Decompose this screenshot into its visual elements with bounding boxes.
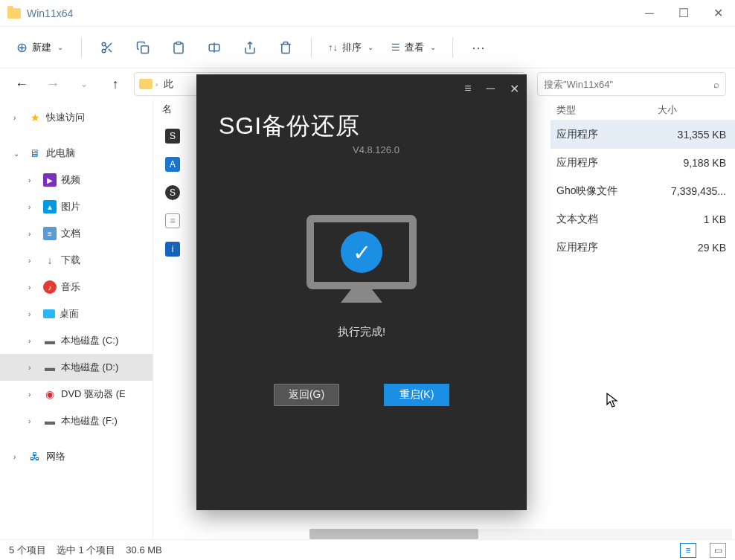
monitor-icon: ✓: [306, 215, 417, 289]
rename-button[interactable]: [199, 33, 229, 62]
chevron-right-icon[interactable]: ›: [28, 176, 39, 184]
chevron-right-icon[interactable]: ›: [13, 114, 24, 122]
chevron-right-icon[interactable]: ›: [28, 203, 39, 211]
sidebar-item-desktop[interactable]: › 桌面: [0, 300, 153, 327]
status-bar: 5 个项目 选中 1 个项目 30.6 MB ≡ ▭: [0, 539, 735, 560]
up-button[interactable]: ↑: [103, 71, 128, 97]
forward-button[interactable]: →: [40, 71, 65, 97]
sidebar-item-dvd[interactable]: › ◉ DVD 驱动器 (E: [0, 381, 153, 408]
chevron-right-icon[interactable]: ›: [13, 453, 24, 461]
file-type: 应用程序: [551, 156, 655, 170]
sidebar-item-label: 图片: [61, 200, 80, 213]
file-row-icon[interactable]: A: [164, 150, 182, 178]
svg-line-3: [109, 48, 112, 51]
search-input[interactable]: [544, 79, 713, 90]
details-view-button[interactable]: ≡: [680, 543, 696, 558]
chevron-right-icon[interactable]: ›: [28, 283, 39, 292]
chevron-right-icon[interactable]: ›: [28, 230, 39, 238]
share-button[interactable]: [235, 33, 265, 62]
sidebar-item-label: 文档: [61, 227, 80, 240]
sidebar-item-disk-d[interactable]: › ▬ 本地磁盘 (D:): [0, 354, 153, 381]
new-label: 新建: [32, 41, 51, 54]
restart-button[interactable]: 重启(K): [384, 384, 449, 406]
sidebar-item-label: 网络: [46, 450, 65, 463]
sidebar-item-disk-c[interactable]: › ▬ 本地磁盘 (C:): [0, 327, 153, 354]
menu-icon[interactable]: ≡: [464, 82, 471, 95]
music-icon: ♪: [43, 280, 57, 294]
column-header-name[interactable]: 名: [162, 103, 172, 116]
folder-icon: [7, 8, 21, 19]
sidebar-item-this-pc[interactable]: ⌄ 🖥 此电脑: [0, 140, 153, 167]
maximize-button[interactable]: ☐: [667, 0, 701, 26]
cut-button[interactable]: [92, 33, 122, 62]
horizontal-scrollbar[interactable]: [309, 529, 732, 539]
copy-button[interactable]: [128, 33, 158, 62]
dvd-icon: ◉: [43, 387, 57, 401]
view-button[interactable]: ☰ 查看 ⌄: [385, 36, 442, 59]
app-title: SGI备份还原: [219, 110, 504, 143]
search-box[interactable]: ⌕: [537, 72, 726, 96]
file-row-icon[interactable]: S: [164, 122, 182, 150]
sidebar-item-quick-access[interactable]: › ★ 快速访问: [0, 104, 153, 131]
chevron-right-icon[interactable]: ›: [28, 310, 39, 318]
disk-icon: ▬: [43, 334, 57, 347]
file-size: 29 KB: [655, 242, 735, 254]
minimize-button[interactable]: ─: [632, 0, 667, 26]
table-row[interactable]: Gho映像文件 7,339,435...: [551, 177, 735, 205]
sidebar-item-pictures[interactable]: › ▲ 图片: [0, 193, 153, 220]
breadcrumb[interactable]: 此: [161, 76, 176, 92]
chevron-down-icon[interactable]: ⌄: [13, 149, 24, 158]
search-icon[interactable]: ⌕: [713, 79, 719, 90]
folder-icon: [139, 79, 153, 89]
scrollbar-thumb[interactable]: [309, 529, 478, 539]
view-icon: ☰: [391, 42, 400, 53]
file-row-icon[interactable]: S: [164, 178, 182, 207]
completion-message: 执行完成!: [338, 325, 385, 339]
network-icon: 🖧: [28, 450, 42, 463]
minimize-button[interactable]: ─: [487, 82, 495, 95]
sidebar-item-disk-f[interactable]: › ▬ 本地磁盘 (F:): [0, 408, 153, 434]
chevron-right-icon[interactable]: ›: [28, 257, 39, 265]
view-label: 查看: [405, 41, 424, 54]
close-button[interactable]: ✕: [510, 82, 519, 96]
new-button[interactable]: ⊕ 新建 ⌄: [9, 35, 71, 60]
file-row-icon[interactable]: i: [164, 235, 182, 263]
table-row[interactable]: 应用程序 9,188 KB: [551, 149, 735, 177]
column-header-type[interactable]: 类型: [551, 103, 655, 117]
delete-button[interactable]: [271, 33, 301, 62]
table-row[interactable]: 应用程序 29 KB: [551, 234, 735, 262]
file-row-icon[interactable]: ≡: [164, 207, 182, 235]
sort-icon: ↑↓: [328, 42, 338, 53]
column-header-size[interactable]: 大小: [655, 103, 735, 117]
more-button[interactable]: ⋯: [463, 33, 493, 62]
file-size: 1 KB: [655, 213, 735, 225]
app-version: V4.8.126.0: [353, 144, 504, 155]
chevron-right-icon[interactable]: ›: [28, 417, 39, 425]
back-button[interactable]: ←: [9, 71, 34, 97]
file-type: 应用程序: [551, 241, 655, 254]
sidebar-item-network[interactable]: › 🖧 网络: [0, 443, 153, 470]
disk-icon: ▬: [43, 361, 57, 374]
svg-rect-5: [141, 45, 149, 53]
sort-button[interactable]: ↑↓ 排序 ⌄: [322, 36, 379, 59]
table-row[interactable]: 文本文档 1 KB: [551, 205, 735, 234]
svg-point-1: [102, 49, 106, 53]
sidebar-item-documents[interactable]: › ≡ 文档: [0, 220, 153, 247]
table-row[interactable]: 应用程序 31,355 KB: [551, 120, 735, 149]
paste-button[interactable]: [164, 33, 193, 62]
sidebar-item-music[interactable]: › ♪ 音乐: [0, 274, 153, 300]
sidebar-item-label: 音乐: [61, 280, 80, 294]
sidebar-item-videos[interactable]: › ▶ 视频: [0, 167, 153, 193]
document-icon: ≡: [43, 227, 57, 240]
chevron-right-icon[interactable]: ›: [28, 390, 39, 399]
sidebar-item-label: 桌面: [60, 307, 79, 321]
thumbnails-view-button[interactable]: ▭: [710, 543, 726, 558]
back-button[interactable]: 返回(G): [274, 384, 339, 406]
close-button[interactable]: ✕: [701, 0, 735, 26]
sidebar-item-downloads[interactable]: › ↓ 下载: [0, 247, 153, 274]
recent-chevron[interactable]: ⌄: [71, 71, 97, 97]
sidebar-item-label: 本地磁盘 (F:): [61, 414, 118, 428]
chevron-right-icon[interactable]: ›: [28, 337, 39, 345]
chevron-right-icon[interactable]: ›: [28, 364, 39, 372]
pc-icon: 🖥: [28, 147, 42, 160]
